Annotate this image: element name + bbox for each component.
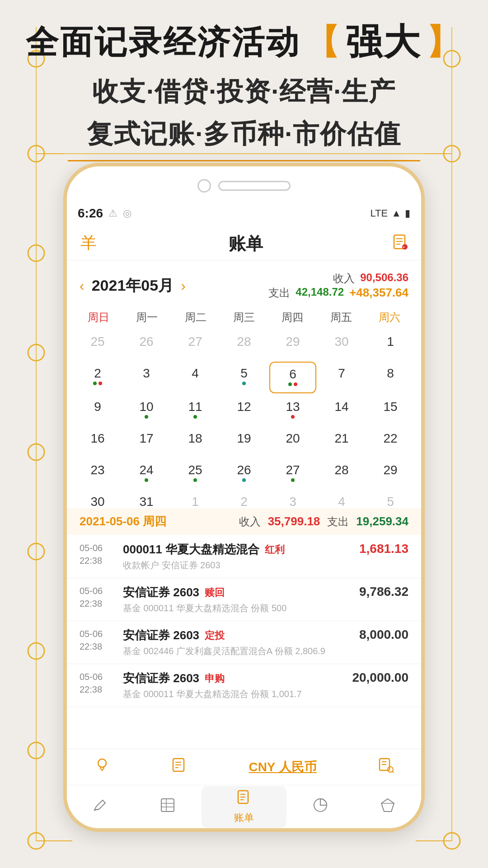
svg-text:羊: 羊 (80, 233, 97, 252)
calendar-day[interactable]: 3 (123, 362, 170, 393)
search-records-icon[interactable] (378, 757, 394, 777)
calendar-day[interactable]: 16 (74, 427, 121, 457)
svg-line-34 (392, 771, 394, 773)
calendar-day[interactable]: 27 (269, 458, 316, 488)
tx-sub: 基金 000011 华夏大盘精选混合 份额 1,001.7 (123, 688, 352, 700)
header-bracket-open: 【 (305, 19, 341, 66)
signal-icon: ◎ (123, 208, 131, 219)
tx-details: 安信证券 2603 申购 基金 000011 华夏大盘精选混合 份额 1,001… (123, 670, 352, 700)
currency-selector[interactable]: CNY 人民币 (249, 759, 316, 776)
weekday-fri: 周五 (317, 307, 365, 328)
calendar-day[interactable]: 30 (318, 330, 365, 360)
calendar-day[interactable]: 6 (269, 362, 316, 393)
daily-expense-value: 19,259.34 (356, 514, 408, 529)
calendar-day[interactable]: 12 (221, 395, 267, 425)
lte-label: LTE (371, 208, 388, 219)
calendar-grid: 周日 周一 周二 周三 周四 周五 周六 2526272829301234567… (74, 307, 414, 520)
calendar-day[interactable]: 29 (367, 458, 414, 488)
table-icon (160, 797, 175, 817)
nav-pie[interactable] (286, 797, 354, 817)
header-line3: 复式记账·多币种·市价估值 (0, 117, 488, 152)
calendar-day[interactable]: 22 (367, 427, 414, 457)
phone-camera (197, 179, 211, 193)
tx-name: 安信证券 2603 申购 (123, 670, 352, 686)
calendar-day[interactable]: 25 (74, 330, 121, 360)
app-header: 羊 账单 • (67, 228, 421, 260)
calendar-day[interactable]: 28 (318, 458, 365, 488)
calendar-day[interactable]: 19 (221, 427, 267, 457)
svg-point-26 (98, 759, 106, 767)
next-month-button[interactable]: › (181, 278, 186, 294)
phone-notch-area (197, 179, 291, 193)
calendar-day[interactable]: 1 (367, 330, 414, 360)
calendar-day[interactable]: 10 (123, 395, 170, 425)
status-bar: 6:26 ⚠ ◎ LTE ▲ ▮ (78, 203, 410, 224)
nav-bill[interactable]: 账单 (202, 786, 287, 828)
tx-details: 000011 华夏大盘精选混合 红利 收款帐户 安信证券 2603 (123, 542, 359, 571)
weekday-wed: 周三 (220, 307, 268, 328)
app-title: 账单 (229, 232, 263, 255)
calendar-day[interactable]: 21 (318, 427, 365, 457)
calendar-day[interactable]: 7 (318, 362, 365, 393)
calendar-day[interactable]: 2 (74, 362, 121, 393)
nav-table[interactable] (134, 797, 202, 817)
transaction-item[interactable]: 05-06 22:38 安信证券 2603 申购 基金 000011 华夏大盘精… (67, 664, 421, 707)
calendar-day[interactable]: 11 (172, 395, 219, 425)
note-icon-button[interactable]: • (392, 234, 408, 254)
bottom-nav: 账单 (67, 785, 421, 829)
tx-details: 安信证券 2603 定投 基金 002446 广发利鑫灵活配置混合A 份额 2,… (123, 627, 359, 657)
calendar-day[interactable]: 18 (172, 427, 219, 457)
svg-rect-38 (161, 799, 174, 811)
calendar-day[interactable]: 25 (172, 458, 219, 488)
daily-date: 2021-05-06 周四 (80, 514, 166, 529)
calendar-day[interactable]: 13 (269, 395, 316, 425)
weekday-thu: 周四 (268, 307, 317, 328)
transaction-item[interactable]: 05-06 22:38 安信证券 2603 定投 基金 002446 广发利鑫灵… (67, 621, 421, 664)
bottom-toolbar: CNY 人民币 (67, 749, 421, 828)
calendar-day[interactable]: 17 (123, 427, 170, 457)
calendar-header: ‹ 2021年05月 › 收入 90,506.36 支出 42,148.72 +… (67, 264, 421, 307)
nav-diamond[interactable] (354, 797, 421, 817)
calendar-day[interactable]: 20 (269, 427, 316, 457)
calendar-weekdays: 周日 周一 周二 周三 周四 周五 周六 (74, 307, 414, 328)
expense-value: 42,148.72 (296, 286, 344, 300)
tx-datetime: 05-06 22:38 (80, 542, 116, 571)
tx-type: 红利 (265, 543, 285, 557)
phone-speaker (218, 181, 291, 191)
prev-month-button[interactable]: ‹ (80, 278, 84, 294)
svg-point-8 (28, 543, 44, 560)
diamond-icon (380, 797, 395, 817)
status-time: 6:26 (78, 206, 103, 221)
calendar-day[interactable]: 27 (172, 330, 219, 360)
battery-icon: ▮ (405, 208, 410, 219)
calendar-day[interactable]: 14 (318, 395, 365, 425)
tx-amount: 20,000.00 (352, 670, 408, 685)
bill-icon (236, 790, 252, 809)
signal-bars-icon: ▲ (391, 208, 401, 219)
calendar-day[interactable]: 24 (123, 458, 170, 488)
calendar-day[interactable]: 9 (74, 395, 121, 425)
tx-sub: 基金 002446 广发利鑫灵活配置混合A 份额 2,806.9 (123, 645, 359, 657)
transaction-item[interactable]: 05-06 22:38 000011 华夏大盘精选混合 红利 收款帐户 安信证券… (67, 535, 421, 578)
notes-icon[interactable] (171, 757, 188, 777)
header-prefix: 全面记录经济活动 (26, 21, 300, 64)
lightbulb-icon[interactable] (94, 757, 110, 777)
calendar-day[interactable]: 28 (221, 330, 267, 360)
toolbar-top-row: CNY 人民币 (67, 749, 421, 785)
calendar-day[interactable]: 23 (74, 458, 121, 488)
calendar-day[interactable]: 8 (367, 362, 414, 393)
weekday-mon: 周一 (122, 307, 171, 328)
calendar-day[interactable]: 4 (172, 362, 219, 393)
nav-edit[interactable] (67, 797, 134, 817)
transaction-item[interactable]: 05-06 22:38 安信证券 2603 赎回 基金 000011 华夏大盘精… (67, 578, 421, 621)
calendar-days: 2526272829301234567891011121314151617181… (74, 330, 414, 520)
calendar-day[interactable]: 29 (269, 330, 316, 360)
svg-point-10 (28, 742, 44, 759)
phone-screen: 6:26 ⚠ ◎ LTE ▲ ▮ 羊 账单 (63, 163, 425, 832)
calendar-day[interactable]: 5 (221, 362, 267, 393)
calendar-day[interactable]: 26 (221, 458, 267, 488)
tx-sub: 基金 000011 华夏大盘精选混合 份额 500 (123, 602, 359, 614)
calendar-day[interactable]: 15 (367, 395, 414, 425)
calendar-day[interactable]: 26 (123, 330, 170, 360)
tx-amount: 9,786.32 (359, 585, 408, 599)
